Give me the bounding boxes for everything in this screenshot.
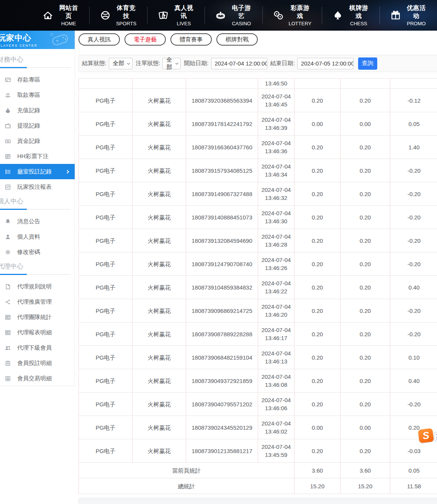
tab-電子遊藝[interactable]: 電子遊藝 [124,33,166,46]
summary-win-loss: 11.58 [390,478,437,494]
sidebar-item-label: 玩家投注報表 [17,183,52,191]
nav-label-en: CASINO [231,20,252,27]
lottery-balls-icon [273,10,284,21]
sidebar-item-label: 提現記錄 [17,122,40,129]
cell-platform [79,79,133,89]
end-date-input[interactable] [297,58,354,69]
sidebar-item-label: 代理報表明細 [17,329,52,336]
cell-bet-amount: 0.20 [295,322,340,346]
section-divider [0,67,71,68]
sidebar-item[interactable]: 消息公告 [0,214,75,229]
cell-order-no: 1808739157934085125 [186,159,258,182]
cell-bet-amount: 0.20 [295,252,340,276]
order-status-select[interactable]: 全部 [162,58,181,69]
query-button[interactable]: 查詢 [358,57,377,70]
table-row: PG电子火树赢花18087391781422417922024-07-0413:… [79,112,437,136]
cell-valid-bet: 0.20 [340,136,390,159]
table-row: PG电子火树赢花18087391247907087402024-07-0413:… [79,252,437,276]
cell-game: 火树赢花 [133,89,186,112]
nav-item-chess[interactable]: 棋牌游戏CHESS [322,7,379,24]
cell-win-loss: 0.40 [390,369,437,393]
team-report-icon [5,329,11,336]
section-divider [0,209,71,209]
cell-datetime: 2024-07-0413:46:28 [258,229,295,252]
cell-platform: PG电子 [79,136,133,159]
cell-win-loss: -0.03 [390,439,437,463]
cell-datetime: 2024-07-0413:45:59 [258,439,295,463]
cell-platform: PG电子 [79,229,133,252]
sidebar-item-label: 會員交易明細 [17,375,52,382]
sidebar-item[interactable]: 會員投註明細 [0,355,75,371]
sidebar-item[interactable]: 會員交易明細 [0,371,75,386]
sidebar-item[interactable]: 代理報表明細 [0,325,75,340]
user-icon [5,234,11,240]
nav-item-lottery[interactable]: 彩票游戏LOTTERY [262,7,322,24]
cell-bet-amount: 0.20 [295,182,340,206]
cell-valid-bet: 0.20 [340,159,390,182]
nav-item-promo[interactable]: 优惠活动PROMO [380,7,437,24]
table-row: PG电子火树赢花18087391579340851252024-07-0413:… [79,159,437,182]
cell-datetime: 2024-07-0413:46:02 [258,416,295,439]
cell-platform: PG电子 [79,159,133,182]
cell-platform: PG电子 [79,439,133,463]
cell-platform: PG电子 [79,252,133,276]
cell-time: 13:46:50 [258,79,295,89]
cell-datetime: 2024-07-0413:46:26 [258,252,295,276]
cell-bet-amount [295,79,340,89]
cell-platform: PG电子 [79,393,133,416]
settle-status-select[interactable]: 全部 [109,58,133,69]
cell-datetime: 2024-07-0413:46:36 [258,136,295,159]
sidebar-section: 代理中心代理規則說明代理推廣管理代理團隊統計代理報表明細代理下級會員會員投註明細… [0,262,75,386]
tab-真人視訊[interactable]: 真人視訊 [79,33,120,46]
cell-game: 火树赢花 [133,276,186,299]
cell-datetime: 2024-07-0413:46:34 [258,159,295,182]
cell-platform: PG电子 [79,182,133,206]
cell-datetime: 2024-07-0413:46:20 [258,299,295,322]
cell-bet-amount: 0.00 [295,112,340,136]
cell-bet-amount: 0.20 [295,89,340,112]
cell-datetime: 2024-07-0413:46:45 [258,89,295,112]
sidebar-item[interactable]: 廳室投註記錄 [0,164,75,179]
sidebar-item[interactable]: 資金記錄 [0,133,75,149]
start-date-label: 開始日期: [184,60,208,67]
table-row: PG电子火树赢花18087390121358812172024-07-0413:… [79,439,437,463]
nav-item-casino[interactable]: 电子游艺CASINO [205,7,262,24]
sidebar-item[interactable]: 充值記錄 [0,103,75,118]
cell-order-no: 1808739132084594690 [186,229,258,252]
roulette-icon [215,10,226,21]
start-date-input[interactable] [211,58,267,69]
sidebar-item[interactable]: 代理推廣管理 [0,294,75,309]
nav-label-en: HOME [58,20,79,27]
wallet-icon [5,123,11,129]
table-summary-row: 總統計15.2015.2011.58 [79,478,437,494]
sidebar-item[interactable]: 修改密碼 [0,244,75,260]
sidebar-item[interactable]: 代理規則說明 [0,279,75,294]
nav-item-home[interactable]: 网站首页HOME [32,7,89,24]
sidebar-item[interactable]: 提現記錄 [0,118,75,133]
sidebar-item[interactable]: 取款專區 [0,87,75,103]
ime-language-badge[interactable]: 英 [434,432,437,441]
nav-item-sports[interactable]: 体育竞技SPORTS [89,7,147,24]
cell-valid-bet: 0.20 [340,182,390,206]
nav-item-lives[interactable]: 真人视讯LIVES [147,7,205,24]
sidebar-item[interactable]: 個人資料 [0,229,75,244]
section-divider [0,274,71,275]
sidebar-item[interactable]: 代理下級會員 [0,340,75,355]
summary-valid-bet: 3.60 [340,463,390,478]
bets-table: 13:46:50PG电子火树赢花18087392036855633942024-… [79,78,437,494]
nav-label-zh: 棋牌游戏 [348,4,369,20]
cell-bet-amount: 0.20 [295,393,340,416]
sidebar-item[interactable]: 代理團隊統計 [0,309,75,325]
hand-withdraw-icon [5,92,11,98]
summary-win-loss: 0.05 [390,463,437,478]
sogou-ime-icon[interactable]: S [418,428,434,443]
cell-win-loss: 0.10 [390,346,437,369]
section-title: 個人中心 [0,197,75,206]
sidebar-item[interactable]: 玩家投注報表 [0,179,75,195]
sidebar-item[interactable]: 存款專區 [0,72,75,87]
tab-棋牌對戰[interactable]: 棋牌對戰 [216,33,258,46]
sidebar-item[interactable]: HH彩票下注 [0,149,75,164]
tab-體育賽事[interactable]: 體育賽事 [170,33,212,46]
cell-win-loss: -0.20 [390,159,437,182]
document-icon [5,283,11,290]
